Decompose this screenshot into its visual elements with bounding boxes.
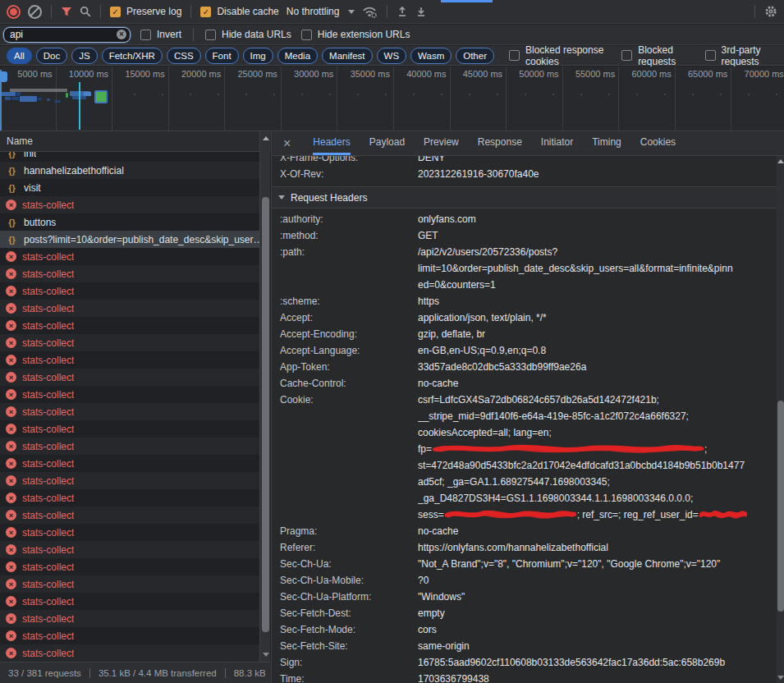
tab-payload[interactable]: Payload: [369, 131, 405, 155]
filter-icon[interactable]: [61, 7, 72, 17]
tab-cookies[interactable]: Cookies: [640, 131, 676, 155]
blocked-requests-toggle[interactable]: Blocked requests: [621, 44, 690, 67]
overview-timeline[interactable]: 5000 ms10000 ms15000 ms20000 ms25000 ms3…: [0, 66, 784, 131]
filter-pill-img[interactable]: Img: [243, 48, 273, 64]
disable-cache-toggle[interactable]: ✓ Disable cache: [200, 6, 278, 17]
clear-button[interactable]: [28, 5, 42, 19]
hide-extension-urls-toggle[interactable]: Hide extension URLs: [301, 29, 410, 40]
3rd-party-requests-toggle[interactable]: 3rd-party requests: [705, 44, 777, 67]
request-row[interactable]: ×stats-collect: [0, 403, 259, 420]
request-row[interactable]: ×stats-collect: [0, 541, 259, 558]
request-row[interactable]: ×stats-collect: [0, 369, 259, 386]
search-icon[interactable]: [80, 6, 91, 17]
request-row[interactable]: ×stats-collect: [0, 265, 259, 282]
request-row[interactable]: ×stats-collect: [0, 317, 259, 334]
request-row[interactable]: ×stats-collect: [0, 300, 259, 317]
throttling-select[interactable]: No throttling: [287, 6, 355, 17]
tab-initiator[interactable]: Initiator: [541, 131, 573, 155]
filter-pill-media[interactable]: Media: [277, 48, 318, 64]
close-icon[interactable]: ×: [280, 131, 294, 155]
disable-cache-checkbox[interactable]: ✓: [200, 7, 211, 17]
blocked-response-cookies-toggle[interactable]: Blocked response cookies: [509, 44, 607, 67]
settings-gear-icon[interactable]: [764, 5, 777, 18]
details-tab-bar: × HeadersPayloadPreviewResponseInitiator…: [272, 131, 784, 156]
blocked-response-cookies-checkbox[interactable]: [509, 50, 520, 61]
request-row[interactable]: ×stats-collect: [0, 351, 259, 369]
export-har-icon[interactable]: [397, 6, 408, 17]
request-headers-section[interactable]: Request Headers: [272, 186, 777, 209]
record-button[interactable]: [7, 5, 21, 19]
request-details-panel: × HeadersPayloadPreviewResponseInitiator…: [271, 131, 784, 683]
selection-handle[interactable]: [0, 71, 7, 82]
request-row[interactable]: ×stats-collect: [0, 627, 259, 644]
name-column-header[interactable]: Name: [0, 131, 271, 152]
import-har-icon[interactable]: [415, 6, 427, 17]
filter-pill-ws[interactable]: WS: [377, 48, 407, 64]
filter-pill-wasm[interactable]: Wasm: [410, 48, 452, 64]
request-row[interactable]: ×stats-collect: [0, 593, 259, 610]
hide-data-urls-toggle[interactable]: Hide data URLs: [205, 29, 291, 40]
details-scrollbar[interactable]: [777, 156, 784, 683]
request-row[interactable]: ×stats-collect: [0, 610, 259, 627]
header-row: Sec-Fetch-Dest:empty: [272, 605, 777, 621]
request-row[interactable]: ×stats-collect: [0, 386, 259, 403]
request-row[interactable]: ×stats-collect: [0, 489, 259, 507]
request-row[interactable]: ×stats-collect: [0, 644, 259, 662]
request-row[interactable]: ×stats-collect: [0, 524, 259, 541]
request-list-scrollbar[interactable]: [259, 131, 270, 662]
network-conditions-icon[interactable]: [362, 6, 378, 18]
scroll-down-icon[interactable]: [777, 676, 784, 680]
request-row[interactable]: ×stats-collect: [0, 507, 259, 524]
request-row[interactable]: ×stats-collect: [0, 472, 259, 489]
hide-extension-urls-checkbox[interactable]: [301, 30, 312, 40]
tab-preview[interactable]: Preview: [424, 131, 459, 155]
scrollbar-thumb[interactable]: [777, 401, 784, 612]
waterfall-bar: [84, 92, 91, 96]
blocked-requests-checkbox[interactable]: [621, 50, 632, 61]
request-row[interactable]: {}init: [0, 152, 259, 162]
filter-pill-css[interactable]: CSS: [167, 48, 201, 64]
3rd-party-requests-checkbox[interactable]: [705, 50, 716, 61]
scroll-up-icon[interactable]: [263, 136, 269, 140]
request-row[interactable]: {}posts?limit=10&order=publish_date_desc…: [0, 231, 259, 248]
scroll-up-icon[interactable]: [777, 159, 784, 163]
header-key: Cache-Control:: [280, 375, 418, 392]
request-row[interactable]: {}buttons: [0, 213, 259, 231]
invert-checkbox[interactable]: [140, 30, 151, 40]
filter-pill-manifest[interactable]: Manifest: [322, 48, 372, 64]
request-row[interactable]: ×stats-collect: [0, 282, 259, 300]
filter-input[interactable]: [3, 27, 131, 43]
request-row[interactable]: ×stats-collect: [0, 248, 259, 265]
header-row: Time:1703636799438: [272, 671, 777, 683]
toolbar-divider: [190, 5, 191, 18]
filter-pill-font[interactable]: Font: [205, 48, 239, 64]
request-row[interactable]: ×stats-collect: [0, 438, 259, 455]
request-row[interactable]: ×stats-collect: [0, 334, 259, 351]
header-value-line: st=472d48a90d5433bfc2a2d17042e4dfdcafd31…: [418, 457, 777, 474]
filter-pill-js[interactable]: JS: [71, 48, 97, 64]
tab-timing[interactable]: Timing: [592, 131, 621, 155]
header-value: csrf=LdfcGX4Sa72db06824c657db26a5d142472…: [418, 392, 777, 523]
invert-toggle[interactable]: Invert: [140, 29, 181, 40]
scroll-down-icon[interactable]: [263, 653, 269, 657]
request-row[interactable]: {}visit: [0, 179, 259, 196]
preserve-log-toggle[interactable]: ✓ Preserve log: [110, 6, 181, 17]
error-icon: ×: [6, 458, 16, 469]
clear-filter-icon[interactable]: ×: [117, 30, 126, 39]
preserve-log-checkbox[interactable]: ✓: [110, 7, 121, 17]
blocked-filters: Blocked response cookiesBlocked requests…: [509, 44, 777, 67]
filter-pill-fetch-xhr[interactable]: Fetch/XHR: [102, 48, 163, 64]
hide-data-urls-checkbox[interactable]: [205, 30, 216, 40]
request-row[interactable]: ×stats-collect: [0, 196, 259, 213]
request-row[interactable]: ×stats-collect: [0, 420, 259, 438]
tab-response[interactable]: Response: [478, 131, 522, 155]
scrollbar-thumb[interactable]: [262, 197, 269, 632]
filter-pill-all[interactable]: All: [7, 48, 32, 64]
request-row[interactable]: ×stats-collect: [0, 575, 259, 593]
filter-pill-other[interactable]: Other: [456, 48, 494, 64]
request-row[interactable]: ×stats-collect: [0, 455, 259, 472]
filter-pill-doc[interactable]: Doc: [36, 48, 67, 64]
tab-headers[interactable]: Headers: [313, 131, 350, 155]
request-row[interactable]: ×stats-collect: [0, 558, 259, 575]
request-row[interactable]: {}hannahelizabethofficial: [0, 162, 259, 179]
